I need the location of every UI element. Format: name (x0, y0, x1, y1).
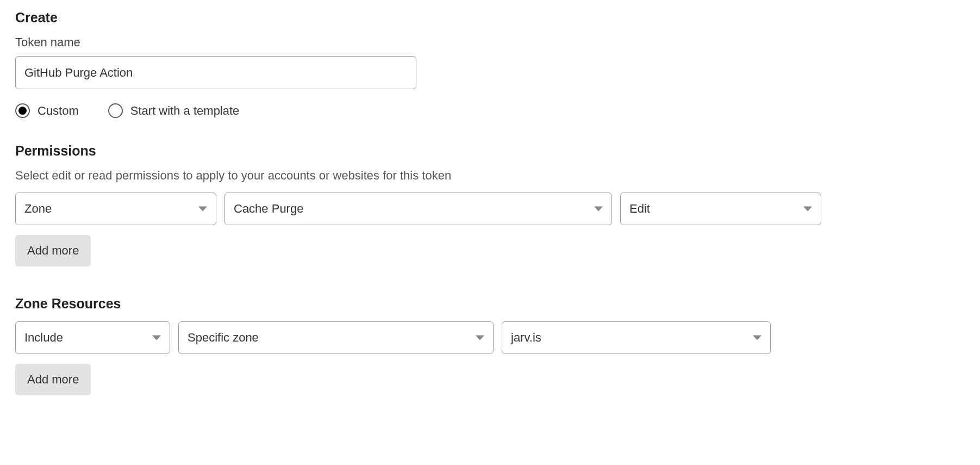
token-name-input[interactable] (15, 56, 416, 89)
chevron-down-icon (152, 336, 161, 340)
zone-mode-value: Include (24, 331, 63, 345)
radio-circle-icon (15, 103, 30, 118)
radio-custom-label: Custom (38, 104, 79, 118)
create-heading: Create (15, 10, 965, 26)
radio-custom[interactable]: Custom (15, 103, 79, 118)
permissions-permission-value: Cache Purge (234, 202, 303, 216)
chevron-down-icon (198, 207, 207, 212)
permissions-permission-select[interactable]: Cache Purge (224, 193, 612, 225)
permissions-scope-select[interactable]: Zone (15, 193, 216, 225)
zone-value-select[interactable]: jarv.is (502, 321, 771, 354)
permissions-scope-value: Zone (24, 202, 52, 216)
permissions-description: Select edit or read permissions to apply… (15, 169, 965, 183)
chevron-down-icon (594, 207, 603, 212)
zone-resources-heading: Zone Resources (15, 296, 965, 312)
radio-dot-icon (18, 107, 27, 115)
zone-add-more-button[interactable]: Add more (15, 364, 91, 395)
permissions-access-select[interactable]: Edit (620, 193, 821, 225)
zone-scope-select[interactable]: Specific zone (178, 321, 494, 354)
radio-template[interactable]: Start with a template (108, 103, 240, 118)
radio-circle-icon (108, 103, 123, 118)
zone-mode-select[interactable]: Include (15, 321, 170, 354)
chevron-down-icon (753, 336, 761, 340)
permissions-access-value: Edit (629, 202, 650, 216)
permissions-heading: Permissions (15, 143, 965, 159)
permissions-add-more-button[interactable]: Add more (15, 235, 91, 266)
zone-scope-value: Specific zone (188, 331, 259, 345)
radio-template-label: Start with a template (130, 104, 240, 118)
zone-value: jarv.is (511, 331, 541, 345)
token-name-label: Token name (15, 35, 965, 49)
chevron-down-icon (476, 336, 484, 340)
chevron-down-icon (803, 207, 812, 212)
